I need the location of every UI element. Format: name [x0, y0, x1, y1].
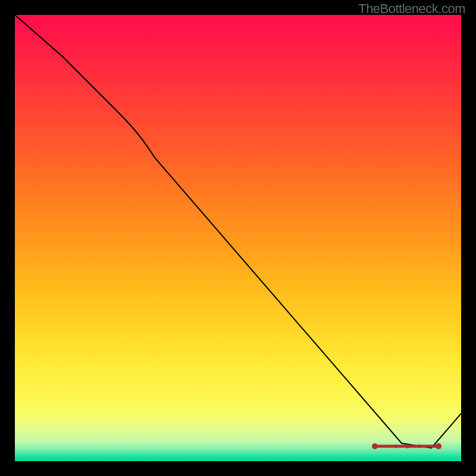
optimal-range-start-dot: [372, 443, 378, 449]
chart-container: TheBottleneck.com: [0, 0, 476, 476]
optimal-range-mid-dot: [406, 444, 410, 449]
curve-overlay: [15, 15, 461, 461]
optimal-range-mid-dot-3: [418, 444, 421, 448]
bottleneck-curve: [15, 15, 461, 448]
optimal-range-end-dot: [436, 443, 441, 449]
optimal-range-mid-dot-2: [394, 444, 397, 448]
watermark-label: TheBottleneck.com: [358, 1, 465, 17]
